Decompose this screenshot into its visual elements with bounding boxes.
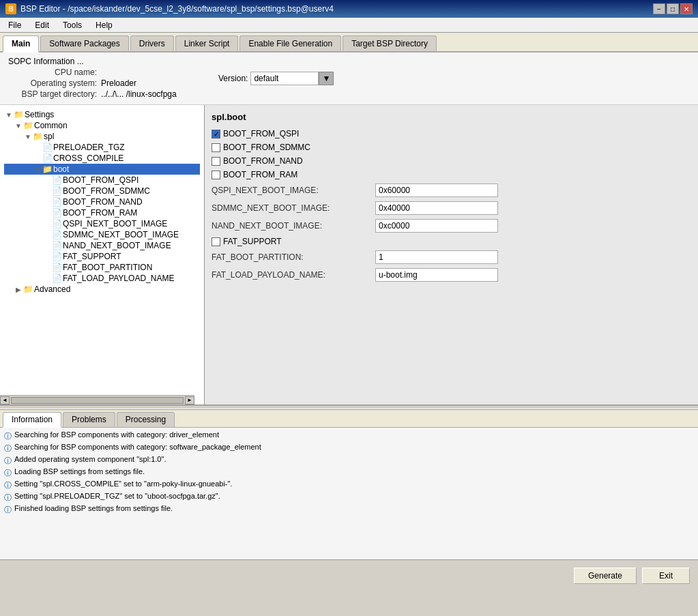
expander-settings[interactable]: ▼	[4, 110, 14, 119]
setting-row-fat-load-payload: FAT_LOAD_PAYLOAD_NAME:	[212, 268, 691, 282]
tab-software-packages[interactable]: Software Packages	[40, 35, 128, 51]
setting-label-sdmmc-next: SDMMC_NEXT_BOOT_IMAGE:	[212, 203, 375, 213]
info-icon-2: ⓘ	[4, 443, 12, 454]
scroll-right-arrow[interactable]: ►	[185, 396, 194, 405]
tab-problems[interactable]: Problems	[63, 412, 115, 427]
minimize-button[interactable]: −	[653, 3, 665, 14]
log-entry-2: ⓘ Searching for BSP components with cate…	[4, 443, 694, 454]
exit-button[interactable]: Exit	[642, 568, 690, 584]
bottom-panel: Information Problems Processing ⓘ Search…	[0, 409, 698, 559]
log-entry-4: ⓘ Loading BSP settings from settings fil…	[4, 467, 694, 478]
log-text-5: Setting "spl.CROSS_COMPILE" set to "arm-…	[14, 480, 232, 488]
node-label-settings: Settings	[25, 110, 54, 119]
expander-spl[interactable]: ▼	[23, 132, 33, 141]
tree-node-sdmmc-next[interactable]: 📄 SDMMC_NEXT_BOOT_IMAGE	[4, 229, 200, 240]
menu-edit[interactable]: Edit	[29, 19, 55, 31]
info-icon-7: ⓘ	[4, 505, 12, 515]
setting-input-fat-load-payload[interactable]	[375, 268, 498, 282]
tree-node-preloader-tgz[interactable]: 📄 PRELOADER_TGZ	[4, 142, 200, 153]
folder-icon: 📁	[42, 164, 52, 174]
menu-tools[interactable]: Tools	[57, 19, 87, 31]
tree-node-boot-from-nand[interactable]: 📄 BOOT_FROM_NAND	[4, 196, 200, 207]
tab-main[interactable]: Main	[3, 35, 39, 53]
checkbox-input-boot-from-sdmmc[interactable]	[212, 143, 220, 152]
tab-linker-script[interactable]: Linker Script	[175, 35, 239, 51]
tree-node-spl[interactable]: ▼ 📁 spl	[4, 131, 200, 142]
setting-input-sdmmc-next[interactable]	[375, 201, 498, 215]
scroll-left-arrow[interactable]: ◄	[0, 396, 10, 405]
expander-boot[interactable]: ▼	[33, 164, 42, 174]
folder-icon: 📁	[23, 284, 33, 294]
checkbox-boot-from-ram[interactable]: BOOT_FROM_RAM	[212, 170, 691, 179]
log-text-7: Finished loading BSP settings from setti…	[14, 504, 173, 512]
close-button[interactable]: ✕	[680, 3, 693, 14]
menu-help[interactable]: Help	[90, 19, 118, 31]
checkbox-input-boot-from-ram[interactable]	[212, 171, 220, 179]
node-label-boot: boot	[53, 164, 69, 174]
app-icon: B	[5, 3, 16, 14]
node-label-sdmmc-next: SDMMC_NEXT_BOOT_IMAGE	[63, 230, 179, 239]
checkbox-input-boot-from-nand[interactable]	[212, 157, 220, 166]
expander-common[interactable]: ▼	[14, 121, 23, 130]
tree-node-boot-from-ram[interactable]: 📄 BOOT_FROM_RAM	[4, 207, 200, 218]
os-value: Preloader	[101, 78, 136, 88]
tree-node-boot[interactable]: ▼ 📁 boot	[4, 164, 200, 175]
version-dropdown[interactable]: default	[250, 72, 319, 85]
leaf-icon: 📄	[52, 263, 61, 272]
expander-bfnand	[42, 197, 52, 207]
checkbox-input-boot-from-qspi[interactable]: ✓	[212, 130, 220, 138]
menu-file[interactable]: File	[3, 19, 27, 31]
scroll-thumb[interactable]	[11, 397, 184, 404]
sopc-title: SOPC Information ...	[8, 57, 84, 66]
folder-icon: 📁	[33, 132, 42, 141]
tree-node-boot-from-sdmmc[interactable]: 📄 BOOT_FROM_SDMMC	[4, 186, 200, 196]
expander-bfqspi	[42, 175, 52, 185]
node-label-boot-from-sdmmc: BOOT_FROM_SDMMC	[63, 186, 150, 196]
leaf-icon: 📄	[42, 143, 52, 152]
generate-button[interactable]: Generate	[574, 568, 637, 584]
tree-node-qspi-next[interactable]: 📄 QSPI_NEXT_BOOT_IMAGE	[4, 218, 200, 229]
checkbox-input-fat-support[interactable]	[212, 237, 220, 246]
footer: Generate Exit	[0, 559, 698, 591]
checkbox-fat-support[interactable]: FAT_SUPPORT	[212, 237, 691, 246]
setting-input-qspi-next[interactable]	[375, 184, 498, 197]
tab-drivers[interactable]: Drivers	[130, 35, 174, 51]
leaf-icon: 📄	[52, 197, 61, 207]
leaf-icon: 📄	[52, 186, 61, 196]
expander-cross	[33, 153, 42, 163]
tree-node-fat-boot-partition[interactable]: 📄 FAT_BOOT_PARTITION	[4, 262, 200, 273]
tree-scrollbar-h[interactable]: ◄ ►	[0, 395, 194, 405]
tabs-row: Main Software Packages Drivers Linker Sc…	[0, 33, 698, 53]
tab-information[interactable]: Information	[3, 412, 61, 428]
bsp-label: BSP target directory:	[8, 89, 97, 99]
expander-advanced[interactable]: ▶	[14, 284, 23, 294]
folder-icon: 📁	[14, 110, 23, 119]
title-bar: B BSP Editor - /space/iskander/dev_5cse_…	[0, 0, 698, 18]
checkbox-boot-from-sdmmc[interactable]: BOOT_FROM_SDMMC	[212, 143, 691, 152]
version-dropdown-arrow[interactable]: ▼	[319, 72, 334, 85]
expander-nand-next	[42, 241, 52, 250]
node-label-qspi-next: QSPI_NEXT_BOOT_IMAGE	[63, 219, 167, 229]
log-text-4: Loading BSP settings from settings file.	[14, 467, 145, 475]
tab-processing[interactable]: Processing	[117, 412, 175, 427]
checkbox-boot-from-qspi[interactable]: ✓ BOOT_FROM_QSPI	[212, 129, 691, 138]
tree-node-settings[interactable]: ▼ 📁 Settings	[4, 109, 200, 120]
tab-enable-file-generation[interactable]: Enable File Generation	[239, 35, 341, 51]
maximize-button[interactable]: □	[667, 3, 679, 14]
setting-input-fat-boot-partition[interactable]	[375, 250, 498, 264]
version-label: Version:	[218, 74, 248, 83]
node-label-spl: spl	[44, 132, 54, 141]
tree-node-common[interactable]: ▼ 📁 Common	[4, 120, 200, 131]
expander-qspi-next	[42, 219, 52, 229]
setting-input-nand-next[interactable]	[375, 219, 498, 233]
tree-node-fat-support[interactable]: 📄 FAT_SUPPORT	[4, 251, 200, 262]
tree-node-boot-from-qspi[interactable]: 📄 BOOT_FROM_QSPI	[4, 175, 200, 186]
tree-node-fat-load-payload[interactable]: 📄 FAT_LOAD_PAYLOAD_NAME	[4, 273, 200, 284]
tree-node-advanced[interactable]: ▶ 📁 Advanced	[4, 284, 200, 295]
checkbox-boot-from-nand[interactable]: BOOT_FROM_NAND	[212, 156, 691, 166]
settings-title: spl.boot	[212, 112, 691, 122]
tab-target-bsp-directory[interactable]: Target BSP Directory	[343, 35, 437, 51]
tree-node-nand-next[interactable]: 📄 NAND_NEXT_BOOT_IMAGE	[4, 240, 200, 251]
node-label-advanced: Advanced	[34, 284, 70, 294]
tree-node-cross-compile[interactable]: 📄 CROSS_COMPILE	[4, 153, 200, 164]
